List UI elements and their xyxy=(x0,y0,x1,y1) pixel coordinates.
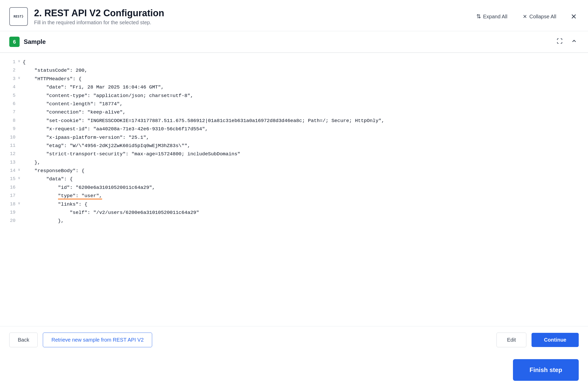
line-content: "content-type": "application/json; chars… xyxy=(23,92,588,100)
line-content: "connection": "keep-alive", xyxy=(23,108,588,116)
table-row: 6 "content-length": "18774", xyxy=(0,100,588,108)
line-toggle xyxy=(15,158,23,167)
line-number: 13 xyxy=(0,158,15,167)
line-toggle xyxy=(15,83,23,91)
line-number: 6 xyxy=(0,100,15,108)
line-number: 20 xyxy=(0,217,15,223)
edit-button[interactable]: Edit xyxy=(496,333,526,347)
line-toggle xyxy=(15,217,23,223)
line-content: "data": { xyxy=(23,175,588,183)
finish-step-button[interactable]: Finish step xyxy=(513,359,579,381)
line-number: 12 xyxy=(0,150,15,158)
table-row: 18∨ "links": { xyxy=(0,200,588,208)
line-content: { xyxy=(23,58,588,66)
line-content: "set-cookie": "INGRESSCOOKIE=1743177887.… xyxy=(23,117,588,125)
line-toggle xyxy=(15,183,23,192)
line-toggle xyxy=(15,100,23,108)
section-title: Sample xyxy=(24,38,46,45)
toolbar-right: Edit Continue xyxy=(496,333,579,347)
table-row: 14∨ "responseBody": { xyxy=(0,167,588,175)
line-content: "links": { xyxy=(23,200,588,208)
line-toggle xyxy=(15,192,23,200)
line-number: 3 xyxy=(0,75,15,83)
line-number: 18 xyxy=(0,200,15,208)
line-content: }, xyxy=(23,158,588,167)
line-content: "strict-transport-security": "max-age=15… xyxy=(23,150,588,158)
table-row: 19 "self": "/v2/users/6200e6a31010520011… xyxy=(0,208,588,217)
line-toggle xyxy=(15,133,23,142)
header-actions: ⇅ Expand All ✕ Collapse All ✕ xyxy=(473,10,579,23)
section-bar-left: 6 Sample xyxy=(9,37,46,47)
line-toggle[interactable]: ∨ xyxy=(15,58,23,66)
line-number: 15 xyxy=(0,175,15,183)
table-row: 8 "set-cookie": "INGRESSCOOKIE=174317788… xyxy=(0,117,588,125)
section-bar: 6 Sample xyxy=(0,31,588,53)
line-number: 4 xyxy=(0,83,15,91)
fullscreen-button[interactable] xyxy=(555,36,564,47)
bottom-toolbar: Back Retrieve new sample from REST API V… xyxy=(0,326,588,353)
collapse-icon: ✕ xyxy=(523,13,527,20)
toolbar-left: Back Retrieve new sample from REST API V… xyxy=(9,333,152,347)
line-toggle xyxy=(15,208,23,217)
rest-badge: REST } xyxy=(9,7,28,26)
line-toggle[interactable]: ∨ xyxy=(15,175,23,183)
table-row: 20 }, xyxy=(0,217,588,223)
table-row: 10 "x-ipaas-platform-version": "25.1", xyxy=(0,133,588,142)
line-content: "responseBody": { xyxy=(23,167,588,175)
line-number: 1 xyxy=(0,58,15,66)
line-number: 8 xyxy=(0,117,15,125)
line-content: "id": "6200e6a31010520011c64a29", xyxy=(23,183,588,192)
code-scroll[interactable]: 1∨{2 "statusCode": 200,3∨ "HTTPHeaders":… xyxy=(0,58,588,223)
line-toggle xyxy=(15,108,23,116)
table-row: 13 }, xyxy=(0,158,588,167)
section-bar-right xyxy=(555,36,579,47)
table-row: 9 "x-request-id": "aa40208a-71e3-42e6-93… xyxy=(0,125,588,133)
page-title: 2. REST API V2 Configuration xyxy=(34,7,164,19)
back-button[interactable]: Back xyxy=(9,333,38,347)
line-toggle xyxy=(15,66,23,75)
retrieve-sample-button[interactable]: Retrieve new sample from REST API V2 xyxy=(43,333,152,347)
table-row: 11 "etag": "W/\"4956-2dKj2ZwK60id5pIq0wE… xyxy=(0,142,588,150)
expand-icon: ⇅ xyxy=(476,13,481,20)
code-area: 1∨{2 "statusCode": 200,3∨ "HTTPHeaders":… xyxy=(0,53,588,228)
line-number: 10 xyxy=(0,133,15,142)
line-toggle xyxy=(15,142,23,150)
table-row: 12 "strict-transport-security": "max-age… xyxy=(0,150,588,158)
header-left: REST } 2. REST API V2 Configuration Fill… xyxy=(9,7,164,26)
step-badge: 6 xyxy=(9,37,20,47)
line-toggle xyxy=(15,117,23,125)
line-number: 19 xyxy=(0,208,15,217)
continue-button[interactable]: Continue xyxy=(532,333,579,347)
line-number: 5 xyxy=(0,92,15,100)
line-number: 17 xyxy=(0,192,15,200)
line-number: 7 xyxy=(0,108,15,116)
close-button[interactable]: ✕ xyxy=(569,10,579,23)
table-row: 16 "id": "6200e6a31010520011c64a29", xyxy=(0,183,588,192)
collapse-section-button[interactable] xyxy=(569,36,579,47)
line-toggle[interactable]: ∨ xyxy=(15,167,23,175)
expand-all-button[interactable]: ⇅ Expand All xyxy=(473,11,511,22)
line-number: 14 xyxy=(0,167,15,175)
line-number: 2 xyxy=(0,66,15,75)
line-number: 11 xyxy=(0,142,15,150)
table-row: 17 "type": "user", xyxy=(0,192,588,200)
collapse-all-button[interactable]: ✕ Collapse All xyxy=(520,11,559,22)
table-row: 4 "date": "Fri, 28 Mar 2025 16:04:46 GMT… xyxy=(0,83,588,91)
page-subtitle: Fill in the required information for the… xyxy=(34,20,164,26)
line-content: "x-ipaas-platform-version": "25.1", xyxy=(23,133,588,142)
line-toggle xyxy=(15,150,23,158)
table-row: 2 "statusCode": 200, xyxy=(0,66,588,75)
line-content: "type": "user", xyxy=(23,192,588,200)
line-number: 9 xyxy=(0,125,15,133)
line-toggle xyxy=(15,92,23,100)
line-content: "date": "Fri, 28 Mar 2025 16:04:46 GMT", xyxy=(23,83,588,91)
table-row: 1∨{ xyxy=(0,58,588,66)
table-row: 5 "content-type": "application/json; cha… xyxy=(0,92,588,100)
line-content: "x-request-id": "aa40208a-71e3-42e6-9310… xyxy=(23,125,588,133)
line-content: "etag": "W/\"4956-2dKj2ZwK60id5pIq0wEjM3… xyxy=(23,142,588,150)
line-content: "statusCode": 200, xyxy=(23,66,588,75)
line-toggle[interactable]: ∨ xyxy=(15,75,23,83)
line-content: "self": "/v2/users/6200e6a31010520011c64… xyxy=(23,208,588,217)
line-number: 16 xyxy=(0,183,15,192)
line-toggle[interactable]: ∨ xyxy=(15,200,23,208)
